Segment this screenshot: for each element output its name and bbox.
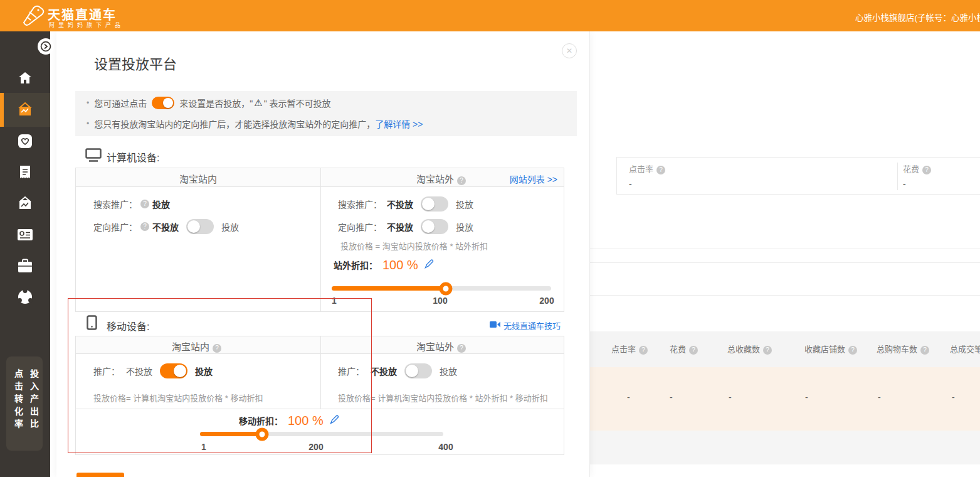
mobile-onsite-promo-toggle[interactable] [160, 363, 187, 378]
slider-knob[interactable] [255, 427, 268, 441]
toggle-knob [422, 220, 435, 233]
help-icon[interactable] [763, 346, 772, 355]
sidebar-item-creative[interactable] [0, 188, 50, 220]
row-label: 搜索推广： [93, 198, 137, 210]
picture-frame-icon [17, 196, 33, 212]
account-name[interactable]: 心雅小栈旗舰店(子帐号：心雅小栈 [855, 11, 980, 23]
state-on: 投放 [152, 198, 170, 210]
help-icon[interactable] [639, 346, 648, 355]
row-label: 推广： [338, 365, 364, 377]
top-header: 天猫直通车 阿里妈妈旗下产品 心雅小栈旗舰店(子帐号：心雅小栈 [0, 0, 980, 31]
sidebar-item-community[interactable] [0, 281, 50, 313]
cell-value: - [729, 392, 732, 402]
help-icon[interactable] [848, 346, 857, 355]
sidebar-item-campaign-active[interactable] [0, 93, 50, 127]
stat-card-cost: 花费 - [897, 163, 979, 190]
offsite-discount-slider[interactable] [332, 286, 551, 291]
slider-knob[interactable] [440, 282, 453, 295]
slider-tick: 400 [427, 442, 465, 452]
mobile-discount-slider[interactable] [200, 432, 443, 436]
sidebar-item-report[interactable] [0, 157, 50, 188]
stat-value: - [629, 179, 668, 189]
toggle-knob [422, 198, 435, 210]
metric-click-conversion: 点击转化率 [12, 369, 24, 432]
chevron-right-icon [40, 41, 51, 52]
mobile-onsite-formula: 投放价格= 计算机淘宝站内投放价格 * 移动折扣 [93, 392, 263, 404]
pc-offsite-target-toggle[interactable] [421, 219, 448, 234]
metric-roi: 投入产出比 [28, 369, 40, 432]
confirm-button[interactable] [76, 473, 124, 477]
sidebar-expand-button[interactable] [38, 38, 54, 55]
pc-onsite-search-row: 搜索推广： 投放 [93, 196, 170, 212]
help-icon[interactable] [140, 222, 149, 231]
state-off: 不投放 [387, 198, 413, 210]
slider-tick: 100 [421, 296, 459, 306]
tip-line-2: • 您只有投放淘宝站内的定向推广后，才能选择投放淘宝站外的定向推广， 了解详情 … [87, 117, 423, 130]
column-header: 总收藏数 [727, 345, 760, 354]
slider-tick: 200 [528, 296, 566, 306]
column-header: 收藏店铺数 [804, 345, 845, 354]
stat-card-ctr: 点击率 - [629, 163, 668, 189]
id-card-icon [17, 228, 33, 241]
edit-pencil-icon[interactable] [330, 415, 339, 426]
column-divider [320, 336, 321, 409]
bullet-icon: • [87, 99, 89, 107]
state-off: 不投放 [152, 220, 179, 233]
train-logo-icon [21, 4, 46, 29]
option-on: 投放 [456, 198, 473, 210]
metric-quick-panel[interactable]: 点击转化率 投入产出比 [6, 356, 43, 451]
tips-box: • 您可通过点击 来设置是否投放，" ⚠ " 表示暂不可投放 • 您只有投放淘宝… [75, 91, 577, 136]
video-icon [490, 321, 500, 330]
state-off: 不投放 [387, 220, 413, 233]
app-subtitle: 阿里妈妈旗下产品 [49, 21, 124, 29]
mobile-offsite-promo-row: 推广： 不投放 投放 [338, 363, 457, 379]
pc-offsite-search-toggle[interactable] [421, 196, 448, 212]
offsite-discount-row: 站外折扣： 100 % [334, 256, 434, 274]
pc-onsite-target-toggle[interactable] [186, 219, 214, 234]
bullet-icon: • [87, 119, 89, 128]
tip-text: 来设置是否投放，" [179, 97, 253, 109]
help-icon[interactable] [457, 344, 466, 353]
wireless-tips-link[interactable]: 无线直通车技巧 [490, 319, 561, 331]
divider [590, 262, 980, 263]
sphere-icon [17, 289, 33, 305]
sidebar-item-favorites[interactable] [0, 126, 50, 157]
tip-text: " 表示暂不可投放 [264, 97, 331, 109]
stat-label: 花费 [903, 164, 919, 174]
pc-offsite-search-row: 搜索推广： 不投放 投放 [338, 196, 473, 212]
discount-value: 100 % [382, 258, 418, 272]
column-header: 总购物车数 [877, 345, 917, 354]
cell-value: - [670, 392, 673, 402]
divider [590, 249, 980, 249]
help-icon[interactable] [213, 344, 221, 353]
tip-text: 您可通过点击 [94, 97, 147, 109]
help-icon[interactable] [140, 200, 149, 208]
help-icon[interactable] [457, 176, 466, 185]
mobile-offsite-promo-toggle[interactable] [404, 363, 432, 378]
tip-text: 您只有投放淘宝站内的定向推广后，才能选择投放淘宝站外的定向推广， [94, 117, 375, 130]
row-divider [76, 409, 564, 409]
cell-value: - [952, 392, 955, 402]
help-icon[interactable] [656, 166, 665, 174]
wireless-tips-label[interactable]: 无线直通车技巧 [503, 319, 561, 331]
help-icon[interactable] [922, 166, 931, 174]
column-header: 点击率 [611, 345, 636, 354]
receipt-icon [19, 165, 31, 180]
state-off: 不投放 [371, 365, 397, 377]
sidebar-item-home[interactable] [0, 62, 50, 94]
help-icon[interactable] [689, 346, 698, 355]
dialog-title: 设置投放平台 [94, 53, 177, 73]
toggle-knob [163, 98, 173, 108]
sidebar-item-tools[interactable] [0, 250, 50, 282]
slider-fill [332, 286, 446, 291]
sidebar-item-account-card[interactable] [0, 219, 50, 250]
website-list-link[interactable]: 网站列表 >> [510, 173, 557, 185]
option-on: 投放 [221, 220, 239, 233]
edit-pencil-icon[interactable] [424, 259, 434, 271]
close-icon[interactable]: ✕ [562, 43, 577, 58]
warning-icon: ⚠ [254, 97, 262, 109]
learn-more-link[interactable]: 了解详情 >> [375, 117, 423, 130]
discount-value: 100 % [288, 414, 324, 428]
tip-line-1: • 您可通过点击 来设置是否投放，" ⚠ " 表示暂不可投放 [87, 97, 331, 109]
help-icon[interactable] [920, 346, 929, 355]
